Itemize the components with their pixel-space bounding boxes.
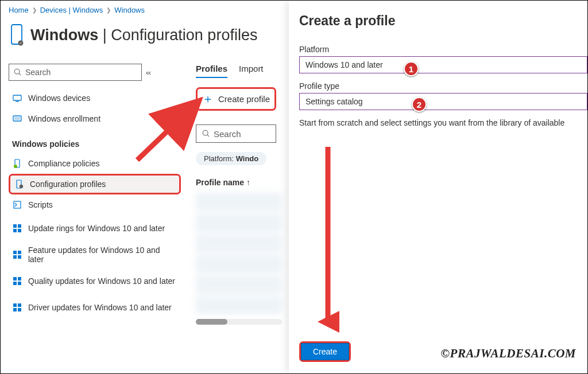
sidebar: Search « Windows devices Windows enrollm… [9,64,181,321]
profile-type-select[interactable]: Settings catalog [299,93,587,110]
sidebar-item-windows-devices[interactable]: Windows devices [9,88,181,108]
device-icon [12,94,22,103]
svg-rect-20 [18,255,21,259]
profile-list-blurred [196,193,282,314]
sidebar-item-label: Quality updates for Windows 10 and later [28,276,175,286]
svg-rect-18 [18,251,21,254]
svg-point-11 [20,185,23,188]
sidebar-item-driver-updates[interactable]: Driver updates for Windows 10 and later [9,294,181,321]
breadcrumb-windows[interactable]: Windows [114,6,145,14]
search-icon [14,68,22,76]
sidebar-item-label: Windows devices [28,94,90,103]
annotation-badge-2: 2 [412,97,427,112]
svg-rect-16 [18,229,21,232]
profile-type-value: Settings catalog [305,97,363,106]
svg-rect-22 [18,277,21,280]
sidebar-item-feature-updates[interactable]: Feature updates for Windows 10 and later [9,241,181,268]
sidebar-item-quality-updates[interactable]: Quality updates for Windows 10 and later [9,268,181,294]
panel-title: Create a profile [299,13,587,29]
sidebar-item-configuration-profiles[interactable]: Configuration profiles [9,174,181,194]
search-placeholder: Search [25,68,51,77]
tab-import[interactable]: Import [239,64,264,78]
sidebar-search-input[interactable]: Search [9,64,142,81]
svg-point-9 [14,165,17,168]
svg-point-2 [14,69,20,74]
windows-grid-icon [12,250,22,259]
watermark: ©PRAJWALDESAI.COM [440,346,576,361]
svg-rect-19 [13,255,17,259]
windows-device-icon [9,24,25,46]
sidebar-item-label: Configuration profiles [30,180,106,189]
windows-grid-icon [12,303,22,312]
page-title: Windows | Configuration profiles [30,26,257,44]
platform-filter-pill[interactable]: Platform: Windo [196,152,266,165]
breadcrumb-home[interactable]: Home [9,6,29,14]
platform-label: Platform [299,45,587,54]
create-button[interactable]: Create [301,343,349,360]
svg-line-30 [207,135,209,137]
platform-value: Windows 10 and later [305,60,383,69]
create-profile-label: Create profile [218,94,270,104]
sidebar-item-compliance-policies[interactable]: Compliance policies [9,153,181,174]
windows-grid-icon [12,224,22,233]
sidebar-item-label: Scripts [28,200,53,209]
windows-grid-icon [12,276,22,286]
sidebar-item-label: Feature updates for Windows 10 and later [28,246,177,264]
column-header-profile-name[interactable]: Profile name ↑ [196,178,288,187]
sidebar-item-update-rings[interactable]: Update rings for Windows 10 and later [9,215,181,241]
sidebar-item-label: Compliance policies [28,159,100,168]
chevron-right-icon: ❯ [106,7,111,13]
svg-rect-25 [13,303,17,307]
svg-rect-27 [13,308,17,311]
plus-icon: ＋ [202,91,214,107]
svg-rect-28 [18,308,21,311]
sidebar-section-label: Windows policies [12,139,181,149]
svg-rect-14 [18,224,21,228]
profile-type-label: Profile type [299,81,587,91]
svg-rect-13 [13,224,17,228]
svg-rect-12 [14,201,21,208]
sidebar-item-label: Driver updates for Windows 10 and later [28,303,172,312]
svg-rect-7 [14,117,20,120]
chevron-right-icon: ❯ [32,7,37,13]
svg-rect-4 [13,95,21,100]
svg-rect-17 [13,251,17,254]
svg-rect-24 [18,282,21,285]
svg-rect-21 [13,277,17,280]
sidebar-item-scripts[interactable]: Scripts [9,194,181,215]
sidebar-item-label: Update rings for Windows 10 and later [28,224,165,233]
search-icon [202,130,210,138]
horizontal-scrollbar[interactable] [196,319,282,325]
svg-rect-23 [13,282,17,285]
collapse-sidebar-icon[interactable]: « [146,68,152,77]
compliance-icon [12,159,22,168]
annotation-badge-1: 1 [404,61,419,76]
create-profile-button[interactable]: ＋ Create profile [198,89,274,109]
create-profile-panel: Create a profile Platform Windows 10 and… [289,1,587,373]
profiles-search-input[interactable]: Search [196,124,276,143]
scripts-icon [12,200,22,209]
panel-help-text: Start from scratch and select settings y… [299,118,587,127]
svg-point-29 [203,130,208,135]
tab-profiles[interactable]: Profiles [196,64,227,78]
profiles-pane: Profiles Import ＋ Create profile Search … [196,64,288,325]
sidebar-item-windows-enrollment[interactable]: Windows enrollment [9,108,181,129]
svg-rect-15 [13,229,17,232]
platform-select[interactable]: Windows 10 and later [299,56,587,73]
svg-rect-26 [18,303,21,307]
breadcrumb-devices[interactable]: Devices | Windows [40,6,103,14]
enrollment-icon [12,114,22,123]
sidebar-item-label: Windows enrollment [28,114,100,123]
search-placeholder: Search [214,129,241,139]
svg-line-3 [19,73,21,75]
config-profile-icon [14,180,24,189]
